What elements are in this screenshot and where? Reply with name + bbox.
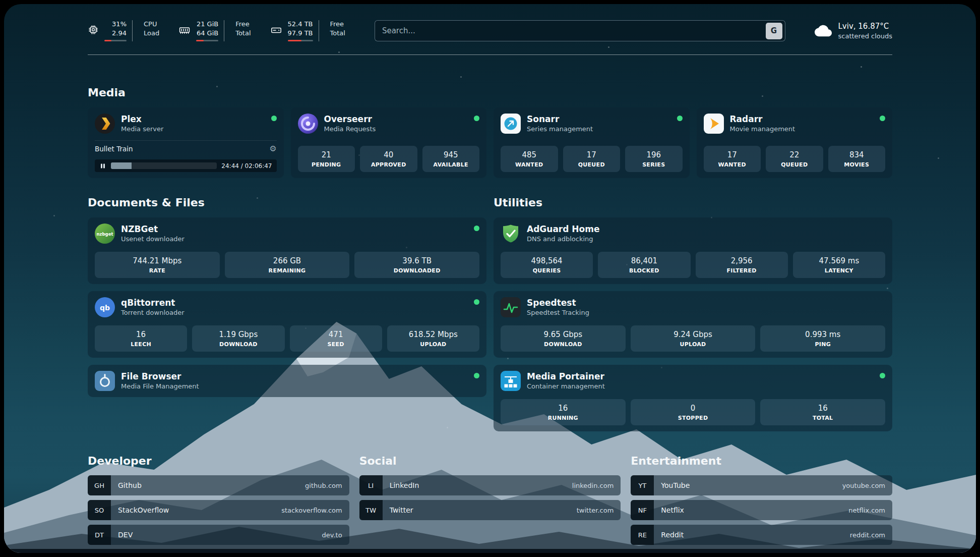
plex-card[interactable]: Plex Media server Bullet Train ⚙ — [88, 107, 284, 178]
plex-icon — [95, 114, 115, 134]
memory-icon — [178, 24, 191, 36]
bookmark-url: reddit.com — [850, 531, 885, 539]
stat-box: 16RUNNING — [501, 399, 626, 425]
dashboard-board: 31% 2.94 CPU Load — [4, 4, 976, 553]
bookmark-name: YouTube — [661, 481, 690, 489]
disk-label-bottom: Total — [330, 29, 345, 37]
cloud-icon — [815, 22, 832, 39]
entertainment-bookmarks: Entertainment YT YouTube youtube.com NF … — [631, 455, 892, 545]
app-subtitle: Movie management — [730, 125, 795, 133]
stat-box: 618.52 MbpsUPLOAD — [387, 325, 479, 352]
now-playing-title: Bullet Train — [95, 145, 133, 153]
bookmark-twitter[interactable]: TW Twitter twitter.com — [359, 500, 621, 520]
cpu-load-value: 2.94 — [112, 29, 127, 37]
cpu-chip-icon — [88, 24, 99, 35]
filebrowser-card[interactable]: File Browser Media File Management — [88, 365, 486, 397]
weather-condition: scattered clouds — [838, 32, 893, 40]
stat-box: 196SERIES — [625, 146, 683, 172]
bookmark-abbr: RE — [631, 525, 654, 545]
stat-box: 834MOVIES — [828, 146, 886, 172]
stat-box: 471SEED — [290, 325, 382, 352]
stat-box: 744.21 MbpsRATE — [95, 252, 220, 278]
stat-box: 17QUEUED — [563, 146, 621, 172]
progress-track[interactable] — [111, 162, 217, 169]
topbar: 31% 2.94 CPU Load — [88, 20, 892, 41]
app-subtitle: DNS and adblocking — [527, 235, 599, 243]
memory-values: 21 GiB 64 GiB — [196, 20, 224, 41]
bookmark-name: Netflix — [661, 506, 684, 514]
stat-box: 0.993 msPING — [760, 325, 885, 352]
overseerr-card[interactable]: Overseerr Media Requests 21PENDING 40APP… — [291, 107, 487, 178]
stat-box: 39.6 TBDOWNLOADED — [354, 252, 479, 278]
bookmark-abbr: DT — [88, 525, 111, 545]
bookmark-reddit[interactable]: RE Reddit reddit.com — [631, 525, 892, 545]
entertainment-title: Entertainment — [631, 455, 892, 467]
nzbget-card[interactable]: nzbget NZBGet Usenet downloader 744.21 M… — [88, 217, 486, 284]
topbar-divider — [88, 54, 892, 55]
adguard-icon — [501, 224, 521, 244]
bookmark-name: StackOverflow — [118, 506, 169, 514]
app-name: NZBGet — [121, 224, 185, 235]
stat-box: 2,956FILTERED — [696, 252, 788, 278]
disk-labels: Free Total — [325, 20, 345, 37]
bookmark-url: twitter.com — [577, 507, 614, 514]
app-subtitle: Media Requests — [324, 125, 376, 133]
bookmark-github[interactable]: GH Github github.com — [88, 475, 349, 495]
radarr-card[interactable]: Radarr Movie management 17WANTED 22QUEUE… — [697, 107, 893, 178]
bookmark-stackoverflow[interactable]: SO StackOverflow stackoverflow.com — [88, 500, 349, 520]
utilities-section-title: Utilities — [494, 196, 892, 209]
bookmark-abbr: SO — [88, 500, 111, 520]
memory-free: 21 GiB — [197, 20, 218, 28]
stat-box: 9.65 GbpsDOWNLOAD — [501, 325, 626, 352]
status-dot — [880, 373, 885, 378]
snow-specks — [4, 4, 6, 6]
sonarr-card[interactable]: Sonarr Series management 485WANTED 17QUE… — [494, 107, 690, 178]
app-name: File Browser — [121, 371, 199, 382]
app-name: Speedtest — [527, 298, 589, 308]
gear-icon[interactable]: ⚙ — [269, 145, 276, 153]
app-name: Sonarr — [527, 114, 593, 125]
status-dot — [474, 299, 479, 305]
status-dot — [474, 116, 479, 121]
stat-box: 0STOPPED — [631, 399, 756, 425]
bookmark-linkedin[interactable]: LI LinkedIn linkedin.com — [359, 475, 621, 495]
system-widgets: 31% 2.94 CPU Load — [88, 20, 345, 41]
memory-widget: 21 GiB 64 GiB Free Total — [178, 20, 251, 41]
cpu-values: 31% 2.94 — [104, 20, 133, 41]
bookmark-youtube[interactable]: YT YouTube youtube.com — [631, 475, 892, 495]
pause-icon[interactable] — [99, 162, 106, 170]
bookmark-dev[interactable]: DT DEV dev.to — [88, 525, 349, 545]
status-dot — [880, 116, 885, 121]
memory-labels: Free Total — [230, 20, 251, 37]
disk-label-top: Free — [330, 20, 345, 28]
app-name: Radarr — [730, 114, 795, 125]
stat-box: 16LEECH — [95, 325, 187, 352]
search-engine-button[interactable]: G — [766, 23, 782, 39]
stat-box: 9.24 GbpsUPLOAD — [631, 325, 756, 352]
search-input[interactable] — [382, 26, 766, 35]
social-bookmarks: Social LI LinkedIn linkedin.com TW Twitt… — [359, 455, 621, 545]
filebrowser-icon — [95, 371, 115, 391]
cpu-label-bottom: Load — [144, 29, 159, 37]
memory-label-top: Free — [235, 20, 251, 28]
disk-free: 52.4 TB — [288, 20, 313, 28]
stat-box: 47.569 msLATENCY — [793, 252, 885, 278]
weather-location: Lviv, 16.87°C — [838, 22, 893, 31]
search-bar[interactable]: G — [375, 20, 785, 41]
qbittorrent-card[interactable]: qb qBittorrent Torrent downloader 16LEEC… — [88, 291, 486, 358]
stat-box: 945AVAILABLE — [422, 146, 480, 172]
bookmark-name: Reddit — [661, 531, 684, 539]
media-section: Media Plex Media server — [88, 86, 892, 178]
bookmark-url: github.com — [305, 482, 342, 489]
adguard-card[interactable]: AdGuard Home DNS and adblocking 498,564Q… — [494, 217, 892, 284]
social-title: Social — [359, 455, 621, 467]
bookmark-url: stackoverflow.com — [281, 507, 342, 514]
bookmark-abbr: GH — [88, 475, 111, 495]
bookmark-name: Twitter — [390, 506, 413, 514]
bookmark-netflix[interactable]: NF Netflix netflix.com — [631, 500, 892, 520]
speedtest-card[interactable]: Speedtest Speedtest Tracking 9.65 GbpsDO… — [494, 291, 892, 358]
cpu-usage-bar — [104, 40, 127, 41]
app-subtitle: Media File Management — [121, 382, 199, 391]
stat-box: 485WANTED — [501, 146, 558, 172]
portainer-card[interactable]: Media Portainer Container management 16R… — [494, 365, 892, 431]
